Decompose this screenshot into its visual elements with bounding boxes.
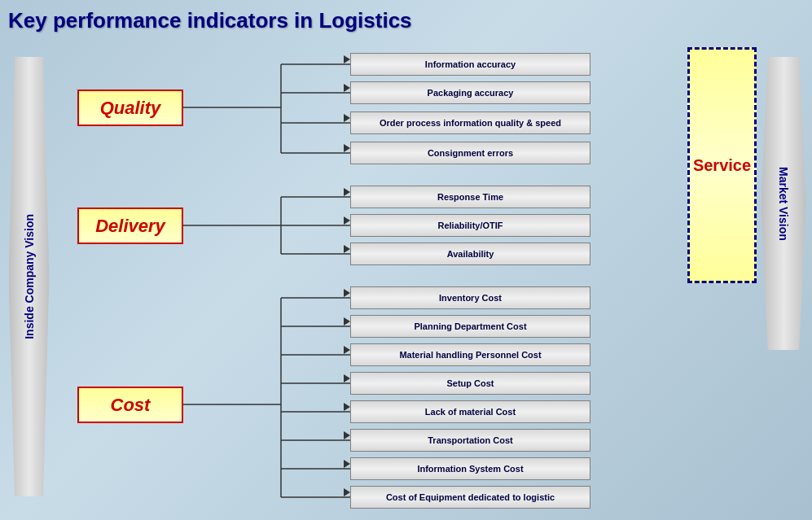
- quality-label: Quality: [100, 98, 161, 119]
- svg-marker-23: [344, 114, 350, 122]
- svg-marker-32: [344, 403, 350, 411]
- cost-label: Cost: [111, 395, 151, 416]
- kpi-cost-7: Information System Cost: [350, 457, 590, 480]
- category-cost: Cost: [77, 387, 183, 423]
- right-arrow-label: Market Vision: [777, 167, 790, 241]
- kpi-delivery-2: Reliability/OTIF: [350, 214, 590, 237]
- delivery-label: Delivery: [95, 216, 165, 237]
- svg-marker-34: [344, 460, 350, 468]
- svg-marker-30: [344, 346, 350, 354]
- svg-marker-28: [344, 289, 350, 297]
- kpi-cost-1: Inventory Cost: [350, 286, 590, 309]
- svg-marker-33: [344, 431, 350, 439]
- svg-marker-35: [344, 488, 350, 496]
- kpi-quality-1: Information accuracy: [350, 53, 590, 76]
- svg-marker-22: [344, 84, 350, 92]
- svg-marker-26: [344, 216, 350, 225]
- kpi-quality-2: Packaging accuracy: [350, 81, 590, 104]
- category-quality: Quality: [77, 90, 183, 126]
- service-box: Service: [687, 47, 757, 283]
- kpi-cost-2: Planning Department Cost: [350, 315, 590, 338]
- left-arrow-label: Inside Company Vision: [23, 214, 36, 339]
- svg-marker-31: [344, 374, 350, 382]
- kpi-cost-6: Transportation Cost: [350, 429, 590, 452]
- svg-marker-27: [344, 245, 350, 253]
- kpi-cost-8: Cost of Equipment dedicated to logistic: [350, 486, 590, 509]
- kpi-delivery-1: Response Time: [350, 186, 590, 208]
- right-arrow: Market Vision: [759, 49, 808, 358]
- svg-marker-24: [344, 144, 350, 152]
- kpi-cost-4: Setup Cost: [350, 372, 590, 395]
- page-title: Key performance indicators in Logistics: [8, 8, 412, 33]
- kpi-cost-5: Lack of material Cost: [350, 400, 590, 423]
- kpi-quality-3: Order process information quality & spee…: [350, 111, 590, 134]
- svg-marker-25: [344, 188, 350, 196]
- svg-marker-29: [344, 317, 350, 326]
- kpi-cost-3: Material handling Personnel Cost: [350, 343, 590, 366]
- left-arrow: Inside Company Vision: [7, 49, 51, 505]
- kpi-quality-4: Consignment errors: [350, 142, 590, 164]
- category-delivery: Delivery: [77, 208, 183, 244]
- kpi-delivery-3: Availability: [350, 243, 590, 265]
- svg-marker-21: [344, 55, 350, 63]
- service-label: Service: [693, 156, 751, 175]
